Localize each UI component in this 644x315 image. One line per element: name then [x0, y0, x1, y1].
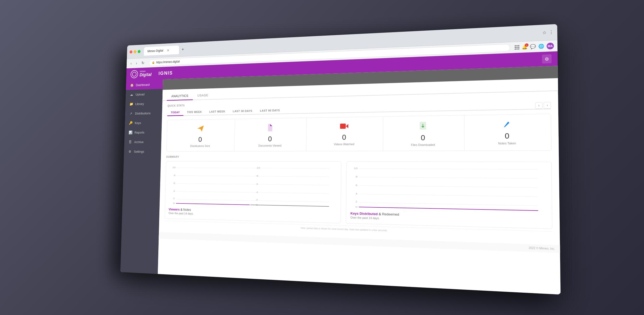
time-pill-last-week[interactable]: LAST WEEK — [205, 108, 229, 115]
settings-icon: ⚙ — [128, 150, 132, 154]
time-pill-today[interactable]: TODAY — [167, 109, 183, 116]
bookmark-icon[interactable]: ☆ — [542, 30, 546, 35]
browser-window: Mimeo Digital ✕ + ☆ ⋮ ‹ › ↻ 🔒 https://mi… — [120, 24, 560, 295]
svg-text:8: 8 — [356, 175, 358, 178]
stat-value-notes-taken: 0 — [505, 132, 509, 140]
svg-text:0: 0 — [173, 202, 175, 205]
svg-line-47 — [359, 194, 538, 196]
svg-line-17 — [176, 199, 250, 200]
chart-svg-area-viewers: 10 8 6 4 2 0 — [169, 165, 337, 208]
sidebar-item-keys[interactable]: 🔑 Keys — [125, 118, 162, 128]
notification-badge[interactable]: 🔔 1 — [521, 44, 527, 50]
time-pill-last-90[interactable]: LAST 90 DAYS — [256, 107, 284, 114]
svg-marker-0 — [197, 126, 204, 132]
sidebar-item-reports[interactable]: 📊 Reports — [124, 127, 161, 137]
sidebar-item-distributions[interactable]: ↗ Distributions — [125, 108, 162, 118]
svg-line-16 — [176, 191, 250, 192]
settings-gear-button[interactable]: ⚙ — [542, 54, 551, 64]
translate-icon[interactable]: 🌐 — [538, 43, 544, 49]
chart-rest-keys: Redeemed — [382, 212, 399, 216]
svg-text:Wed: Wed — [444, 211, 450, 212]
stats-next-button[interactable]: › — [544, 102, 551, 108]
svg-text:10: 10 — [256, 167, 260, 169]
time-pill-last-30[interactable]: LAST 30 DAYS — [229, 108, 256, 115]
notif-count: 1 — [525, 43, 528, 47]
svg-text:Fri: Fri — [382, 209, 385, 211]
sidebar-label-dashboard: Dashboard — [136, 83, 150, 87]
svg-text:4: 4 — [256, 191, 258, 193]
svg-marker-2 — [268, 124, 272, 131]
chart-highlight-keys: Keys Distributed — [350, 211, 378, 216]
traffic-light-green[interactable] — [138, 50, 140, 53]
laptop-wrapper: Mimeo Digital ✕ + ☆ ⋮ ‹ › ↻ 🔒 https://mi… — [37, 15, 608, 300]
stat-label-documents-viewed: Documents Viewed — [258, 144, 281, 147]
svg-line-44 — [359, 169, 538, 169]
time-pill-this-week[interactable]: THIS WEEK — [183, 109, 206, 116]
svg-text:2: 2 — [355, 200, 357, 203]
tab-new-button[interactable]: + — [180, 46, 186, 53]
address-text: https://mimeo.digital — [156, 60, 180, 64]
sidebar: 🏠 Dashboard ☁ Upload 📁 Library ↗ Distrib… — [120, 79, 163, 274]
right-toolbar-icons: 🔔 1 💬 🌐 MA — [514, 42, 554, 51]
stat-card-videos-watched: 0 Videos Watched — [306, 117, 383, 151]
tab-close-icon[interactable]: ✕ — [167, 48, 170, 52]
upload-icon: ☁ — [130, 93, 133, 96]
stat-label-notes-taken: Notes Taken — [498, 142, 516, 145]
archive-icon: 🗄 — [128, 140, 132, 144]
forward-button[interactable]: › — [134, 60, 138, 66]
sidebar-item-dashboard[interactable]: 🏠 Dashboard — [126, 79, 163, 90]
traffic-light-yellow[interactable] — [133, 50, 136, 53]
stats-nav: ‹ › — [535, 102, 551, 109]
reload-button[interactable]: ↻ — [140, 60, 145, 66]
sidebar-item-upload[interactable]: ☁ Upload — [125, 89, 162, 100]
ssl-icon: 🔒 — [152, 61, 155, 64]
svg-line-26 — [251, 176, 329, 177]
svg-line-27 — [251, 184, 329, 185]
svg-text:2: 2 — [173, 197, 175, 200]
traffic-lights — [130, 50, 140, 54]
stats-prev-button[interactable]: ‹ — [535, 102, 543, 109]
svg-text:Sun: Sun — [212, 206, 216, 208]
tab-analytics[interactable]: ANALYTICS — [167, 92, 193, 101]
notes-taken-icon — [503, 120, 511, 130]
svg-text:6: 6 — [256, 183, 258, 185]
stat-card-files-downloaded: 0 Files Downloaded — [383, 115, 464, 151]
apps-icon[interactable] — [514, 45, 519, 50]
svg-line-46 — [359, 186, 538, 188]
back-button[interactable]: ‹ — [129, 60, 133, 67]
svg-marker-3 — [270, 124, 272, 126]
stat-label-videos-watched: Videos Watched — [334, 142, 354, 146]
logo-inner — [132, 72, 136, 77]
chat-icon[interactable]: 💬 — [530, 44, 536, 49]
svg-line-48 — [359, 202, 538, 206]
chart-footer-viewers: Viewers & Notes Over the past 14 days. — [168, 207, 336, 219]
sidebar-label-library: Library — [135, 102, 144, 106]
sidebar-label-archive: Archive — [134, 140, 144, 144]
svg-text:Fri: Fri — [195, 206, 198, 208]
svg-text:Thu: Thu — [458, 211, 463, 212]
svg-text:Wed: Wed — [356, 209, 361, 211]
settings-icon[interactable]: ⋮ — [549, 29, 554, 35]
svg-text:Mon: Mon — [220, 206, 225, 208]
browser-tab-active[interactable]: Mimeo Digital ✕ — [144, 45, 179, 56]
browser-toolbar-right: ☆ ⋮ — [542, 29, 554, 35]
tab-usage[interactable]: USAGE — [193, 91, 213, 100]
stat-value-videos-watched: 0 — [342, 134, 346, 141]
chart-rest-viewers: Notes — [183, 208, 191, 212]
videos-watched-icon — [340, 122, 348, 132]
svg-text:Thu: Thu — [184, 205, 188, 207]
logo-text: Digital — [139, 72, 151, 77]
svg-line-45 — [359, 177, 538, 178]
svg-text:10: 10 — [354, 167, 358, 170]
summary-section: SUMMARY 10 8 6 — [159, 155, 560, 245]
sidebar-item-settings[interactable]: ⚙ Settings — [124, 147, 161, 156]
chart-svg-area-keys: 10 8 6 4 2 0 — [350, 166, 547, 212]
sidebar-item-library[interactable]: 📁 Library — [125, 99, 162, 109]
sidebar-item-archive[interactable]: 🗄 Archive — [124, 137, 161, 147]
traffic-light-red[interactable] — [130, 50, 132, 54]
svg-line-15 — [176, 183, 250, 184]
user-avatar[interactable]: MA — [546, 42, 554, 49]
svg-line-29 — [250, 201, 329, 202]
stat-value-distributions-sent: 0 — [198, 136, 202, 143]
chart-viewers-notes: 10 8 6 4 2 0 — [165, 161, 341, 223]
